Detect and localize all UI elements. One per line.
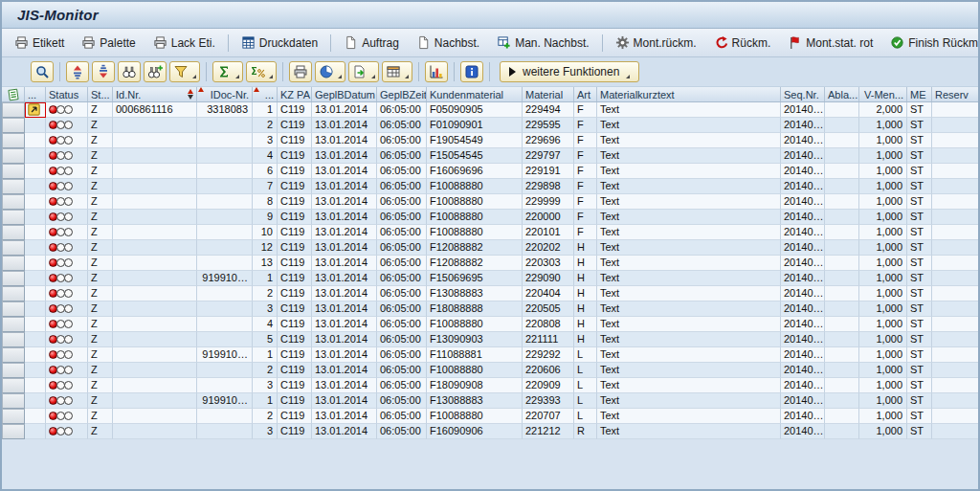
column-header-pos[interactable]: ... [253,87,278,101]
cell-material[interactable]: 220606 [523,363,574,378]
column-header-reserv[interactable]: Reserv [932,87,980,101]
layout-button[interactable] [382,61,412,82]
cell-art[interactable]: F [574,194,597,210]
cell-dots1[interactable] [25,210,46,225]
cell-material[interactable]: 220202 [523,240,574,256]
cell-dots1[interactable] [25,240,46,256]
cell-gdatum[interactable]: 13.01.2014 [312,271,377,286]
cell-ktext[interactable]: Text [597,393,781,409]
cell-seqnr[interactable]: 20140… [781,393,825,409]
views-button[interactable] [315,61,345,82]
cell-st[interactable]: Z [88,301,113,317]
cell-st[interactable]: Z [88,347,113,363]
cell-status[interactable] [46,378,88,393]
cell-vmen[interactable]: 1,000 [859,133,907,148]
cell-idoc[interactable] [197,179,253,194]
cell-pos[interactable]: 10 [253,225,278,240]
cell-me[interactable]: ST [907,286,932,301]
cell-status[interactable] [46,102,88,118]
cell-pos[interactable]: 2 [253,118,278,133]
cell-art[interactable]: F [574,148,597,164]
cell-gdatum[interactable]: 13.01.2014 [312,393,377,409]
cell-art[interactable]: H [574,317,597,332]
cell-ktext[interactable]: Text [597,424,781,439]
toolbar-button-mont-stat-rot[interactable]: Mont.stat. rot [779,32,881,54]
cell-vmen[interactable]: 1,000 [859,271,907,286]
cell-material[interactable]: 229090 [523,271,574,286]
cell-ktext[interactable]: Text [597,210,781,225]
toolbar-button-palette[interactable]: Palette [73,32,144,54]
cell-idnr[interactable] [113,347,197,363]
cell-gdatum[interactable]: 13.01.2014 [312,301,377,317]
cell-gzeit[interactable]: 06:05:00 [377,409,427,424]
cell-idnr[interactable] [113,210,197,225]
cell-abla[interactable] [825,424,859,439]
cell-st[interactable]: Z [88,332,113,347]
toolbar-button-nachbst[interactable]: Nachbst. [408,32,488,54]
cell-status[interactable] [46,363,88,378]
cell-dots1[interactable] [25,286,46,301]
cell-me[interactable]: ST [907,133,932,148]
cell-gzeit[interactable]: 06:05:00 [377,102,427,118]
cell-gzeit[interactable]: 06:05:00 [377,118,427,133]
column-header-vmen[interactable]: V-Men... [859,87,907,101]
cell-kzpa[interactable]: C119 [278,363,312,378]
cell-reserv[interactable] [932,393,980,409]
cell-dots1[interactable] [25,225,46,240]
cell-gdatum[interactable]: 13.01.2014 [312,179,377,194]
cell-idoc[interactable] [197,133,253,148]
sort-ascending-button[interactable] [66,61,89,82]
cell-ktext[interactable]: Text [597,409,781,424]
cell-idnr[interactable] [113,133,197,148]
cell-me[interactable]: ST [907,347,932,363]
cell-me[interactable]: ST [907,393,932,409]
cell-kmat[interactable]: F18088888 [427,301,523,317]
cell-kzpa[interactable]: C119 [278,301,312,317]
cell-vmen[interactable]: 1,000 [859,378,907,393]
cell-ktext[interactable]: Text [597,194,781,210]
cell-kzpa[interactable]: C119 [278,194,312,210]
cell-status[interactable] [46,409,88,424]
cell-seqnr[interactable]: 20140… [781,363,825,378]
cell-abla[interactable] [825,118,859,133]
cell-kmat[interactable]: F10088880 [427,210,523,225]
cell-idoc[interactable] [197,240,253,256]
cell-reserv[interactable] [932,225,980,240]
cell-st[interactable]: Z [88,378,113,393]
cell-idnr[interactable] [113,424,197,439]
cell-status[interactable] [46,164,88,179]
cell-st[interactable]: Z [88,424,113,439]
cell-st[interactable]: Z [88,317,113,332]
cell-gdatum[interactable]: 13.01.2014 [312,164,377,179]
cell-idnr[interactable] [113,148,197,164]
cell-kzpa[interactable]: C119 [278,164,312,179]
cell-gdatum[interactable]: 13.01.2014 [312,102,377,118]
cell-status[interactable] [46,179,88,194]
cell-reserv[interactable] [932,164,980,179]
cell-status[interactable] [46,256,88,271]
cell-seqnr[interactable]: 20140… [781,240,825,256]
cell-gzeit[interactable]: 06:05:00 [377,194,427,210]
cell-kzpa[interactable]: C119 [278,378,312,393]
cell-art[interactable]: F [574,118,597,133]
cell-idnr[interactable] [113,286,197,301]
cell-kzpa[interactable]: C119 [278,225,312,240]
cell-dots1[interactable] [25,102,46,118]
cell-gdatum[interactable]: 13.01.2014 [312,409,377,424]
column-header-seqnr[interactable]: Seq.Nr. [781,87,825,101]
cell-status[interactable] [46,194,88,210]
cell-idoc[interactable] [197,424,253,439]
cell-kzpa[interactable]: C119 [278,271,312,286]
cell-st[interactable]: Z [88,210,113,225]
cell-st[interactable]: Z [88,194,113,210]
cell-kzpa[interactable]: C119 [278,409,312,424]
cell-gzeit[interactable]: 06:05:00 [377,301,427,317]
cell-gdatum[interactable]: 13.01.2014 [312,347,377,363]
cell-material[interactable]: 220808 [523,317,574,332]
cell-abla[interactable] [825,332,859,347]
cell-art[interactable]: F [574,210,597,225]
cell-idoc[interactable] [197,363,253,378]
cell-kmat[interactable]: F12088882 [427,240,523,256]
cell-gdatum[interactable]: 13.01.2014 [312,363,377,378]
cell-material[interactable]: 220000 [523,210,574,225]
